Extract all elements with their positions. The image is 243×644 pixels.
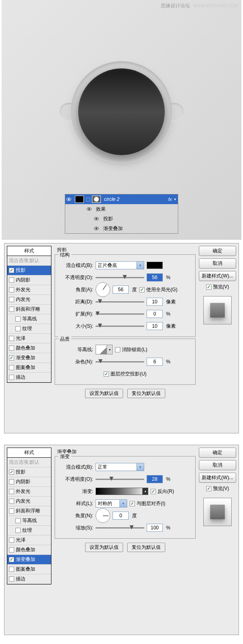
distance-input[interactable]: 10 bbox=[147, 298, 163, 306]
effect-drop-shadow[interactable]: 投影 bbox=[65, 214, 178, 224]
style-contour[interactable]: 等高线 bbox=[7, 516, 51, 526]
spread-input[interactable]: 0 bbox=[147, 310, 163, 318]
effect-gradient-overlay[interactable]: 渐变叠加 bbox=[65, 224, 178, 233]
style-inner-glow[interactable]: 内发光 bbox=[7, 497, 51, 506]
knockout-checkbox[interactable]: 图层挖空投影(U) bbox=[104, 371, 147, 377]
blend-mode-select[interactable]: 正常▾ bbox=[96, 463, 144, 471]
layer-main[interactable]: ⬚ circle 2 fx ▾ bbox=[65, 194, 178, 204]
effect-label: 渐变叠加 bbox=[103, 225, 123, 232]
visibility-icon[interactable] bbox=[65, 198, 72, 201]
align-checkbox[interactable]: 与图层对齐(I) bbox=[130, 500, 165, 507]
effects-row[interactable]: 效果 bbox=[65, 204, 178, 214]
styles-header: 样式 bbox=[7, 246, 51, 256]
reset-default-button[interactable]: 复位为默认值 bbox=[127, 389, 165, 398]
watermark: 思缘设计论坛WWW.MISSYUAN.COM bbox=[161, 2, 237, 9]
gradient-style-select[interactable]: 对称的▾ bbox=[96, 499, 127, 508]
blend-mode-label: 混合模式(B): bbox=[59, 464, 93, 471]
gradient-picker[interactable]: ▾ bbox=[96, 488, 148, 495]
blend-options[interactable]: 混合选项:默认 bbox=[7, 256, 51, 266]
reset-default-button[interactable]: 复位为默认值 bbox=[127, 543, 165, 552]
spread-slider[interactable] bbox=[96, 313, 144, 315]
color-swatch[interactable] bbox=[147, 262, 163, 269]
collapse-icon[interactable]: ▾ bbox=[174, 197, 176, 201]
set-default-button[interactable]: 设置为默认值 bbox=[85, 543, 123, 552]
styles-header: 样式 bbox=[7, 448, 51, 458]
blend-options[interactable]: 混合选项:默认 bbox=[7, 458, 51, 467]
style-pattern-overlay[interactable]: 图案叠加 bbox=[7, 363, 51, 373]
spread-label: 扩展(R): bbox=[59, 311, 93, 318]
style-texture[interactable]: 纹理 bbox=[7, 526, 51, 535]
style-bevel[interactable]: 斜面和浮雕 bbox=[7, 305, 51, 314]
style-satin[interactable]: 光泽 bbox=[7, 334, 51, 343]
style-preview bbox=[203, 498, 232, 526]
angle-dial[interactable] bbox=[96, 282, 110, 297]
group-title-main: 投影 bbox=[55, 246, 196, 254]
quality-group: 品质 等高线: ▾ 消除锯齿(L) 杂色(N): 6 % 图层挖空投影(U) bbox=[55, 339, 196, 385]
style-gradient-overlay[interactable]: 渐变叠加 bbox=[7, 555, 51, 565]
style-color-overlay[interactable]: 颜色叠加 bbox=[7, 343, 51, 353]
layer-name[interactable]: circle 2 bbox=[102, 196, 168, 202]
style-inner-shadow[interactable]: 内阴影 bbox=[7, 275, 51, 285]
style-outer-glow[interactable]: 外发光 bbox=[7, 487, 51, 497]
svg-point-3 bbox=[88, 208, 90, 210]
noise-input[interactable]: 6 bbox=[147, 358, 163, 366]
gradient-group: 渐变 混合模式(B): 正常▾ 不透明度(O): 28 % 渐变: ▾ 反向(R… bbox=[55, 456, 196, 539]
reverse-checkbox[interactable]: 反向(R) bbox=[151, 488, 174, 495]
blend-mode-select[interactable]: 正片叠底▾ bbox=[96, 261, 144, 269]
visibility-icon[interactable] bbox=[93, 227, 100, 230]
opacity-input[interactable]: 56 bbox=[147, 273, 163, 281]
noise-label: 杂色(N): bbox=[59, 358, 93, 365]
style-inner-glow[interactable]: 内发光 bbox=[7, 295, 51, 305]
style-satin[interactable]: 光泽 bbox=[7, 535, 51, 545]
angle-input[interactable]: 0 bbox=[113, 512, 129, 520]
layer-style-dialog-gradient: 样式 混合选项:默认 投影 内阴影 外发光 内发光 斜面和浮雕 等高线 纹理 光… bbox=[4, 445, 239, 635]
size-input[interactable]: 10 bbox=[147, 322, 163, 330]
contour-picker[interactable]: ▾ bbox=[96, 345, 113, 354]
design-preview: 思缘设计论坛WWW.MISSYUAN.COM ⬚ circle 2 fx ▾ 效… bbox=[2, 0, 241, 240]
style-texture[interactable]: 纹理 bbox=[7, 324, 51, 334]
size-slider[interactable] bbox=[96, 325, 144, 327]
distance-slider[interactable] bbox=[96, 301, 144, 303]
cancel-button[interactable]: 取消 bbox=[199, 258, 236, 269]
style-outer-glow[interactable]: 外发光 bbox=[7, 285, 51, 295]
visibility-icon[interactable] bbox=[93, 217, 100, 220]
fx-indicator[interactable]: fx bbox=[168, 197, 172, 202]
gradient-label: 渐变: bbox=[59, 488, 93, 495]
style-color-overlay[interactable]: 颜色叠加 bbox=[7, 545, 51, 555]
preview-checkbox[interactable]: 预览(V) bbox=[199, 284, 236, 290]
antialias-checkbox[interactable]: 消除锯齿(L) bbox=[115, 346, 147, 353]
scale-slider[interactable] bbox=[96, 527, 144, 529]
blend-mode-label: 混合模式(B): bbox=[59, 262, 93, 269]
style-drop-shadow[interactable]: 投影 bbox=[7, 266, 51, 275]
style-gradient-overlay[interactable]: 渐变叠加 bbox=[7, 353, 51, 363]
visibility-icon[interactable] bbox=[85, 207, 93, 211]
structure-group: 结构 混合模式(B): 正片叠底▾ 不透明度(O): 56 % 角度(A): 5… bbox=[55, 254, 196, 337]
cancel-button[interactable]: 取消 bbox=[199, 460, 236, 470]
set-default-button[interactable]: 设置为默认值 bbox=[85, 389, 123, 398]
effects-label: 效果 bbox=[96, 206, 106, 213]
angle-dial[interactable] bbox=[96, 508, 110, 523]
scale-input[interactable]: 100 bbox=[147, 524, 163, 532]
style-stroke[interactable]: 描边 bbox=[7, 373, 51, 382]
ok-button[interactable]: 确定 bbox=[199, 246, 236, 256]
style-pattern-overlay[interactable]: 图案叠加 bbox=[7, 565, 51, 574]
opacity-input[interactable]: 28 bbox=[147, 475, 163, 483]
noise-slider[interactable] bbox=[96, 360, 144, 363]
style-contour[interactable]: 等高线 bbox=[7, 314, 51, 324]
style-inner-shadow[interactable]: 内阴影 bbox=[7, 477, 51, 487]
link-icon: ⬚ bbox=[85, 196, 91, 203]
preview-checkbox[interactable]: 预览(V) bbox=[199, 485, 236, 492]
angle-input[interactable]: 56 bbox=[113, 286, 129, 294]
opacity-label: 不透明度(O): bbox=[59, 476, 93, 483]
contour-label: 等高线: bbox=[59, 346, 93, 353]
style-bevel[interactable]: 斜面和浮雕 bbox=[7, 506, 51, 516]
opacity-slider[interactable] bbox=[96, 276, 144, 279]
opacity-label: 不透明度(O): bbox=[59, 274, 93, 281]
style-stroke[interactable]: 描边 bbox=[7, 574, 51, 584]
new-style-button[interactable]: 新建样式(W)... bbox=[199, 271, 236, 281]
opacity-slider[interactable] bbox=[96, 478, 144, 480]
global-light-checkbox[interactable]: 使用全局光(G) bbox=[139, 286, 177, 293]
ok-button[interactable]: 确定 bbox=[199, 448, 236, 458]
new-style-button[interactable]: 新建样式(W)... bbox=[199, 473, 236, 483]
style-drop-shadow[interactable]: 投影 bbox=[7, 467, 51, 477]
